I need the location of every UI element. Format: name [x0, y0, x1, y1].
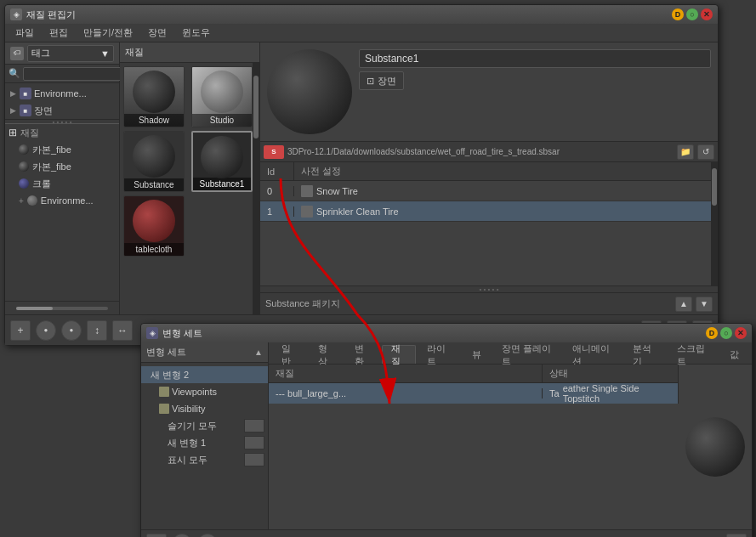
search-icon: 🔍 [9, 68, 20, 79]
sidebar-scrollbar[interactable] [5, 301, 119, 314]
bw-delete-btn[interactable]: 🗑 [726, 534, 747, 538]
bw-tree-item-1[interactable]: Viewpoints [141, 383, 268, 400]
browser-header: 재질 [120, 42, 259, 63]
material-name-input[interactable] [359, 49, 711, 68]
bw-th-status: 상태 [543, 365, 679, 382]
tag-icon: 🏷 [10, 47, 24, 60]
mat-item-carbon2[interactable]: 카본_fibe [5, 158, 119, 175]
refresh-button[interactable]: ↺ [697, 144, 714, 160]
mat-item-carbon1[interactable]: 카본_fibe [5, 141, 119, 158]
tab-light[interactable]: 라이트 [418, 345, 460, 364]
top-window-title: 재질 편집기 [26, 8, 76, 21]
tree-item-scene[interactable]: ▶ ■ 장면 [5, 102, 119, 119]
bw-tree-item-0[interactable]: 새 변형 2 [141, 366, 268, 383]
mat-thumb-tablecloth[interactable]: tablecloth [123, 195, 185, 257]
bw-td-status-0: Ta eather Single Side Topstitch [543, 383, 679, 404]
vertical-arrows-btn[interactable]: ↕ [87, 320, 107, 341]
close-button[interactable]: ✕ [701, 8, 713, 20]
th-id: Id [260, 162, 294, 180]
bw-add-btn[interactable]: + [146, 534, 167, 538]
menu-edit[interactable]: 편집 [43, 25, 75, 41]
mat-thumb-studio[interactable]: Studio [191, 66, 253, 127]
mat-thumb-substance[interactable]: Substance [123, 131, 185, 192]
materials-section-header: ⊞ 재질 [5, 124, 119, 141]
bottom-title-left: ◈ 변형 세트 [146, 327, 202, 340]
env-icon: ■ [20, 88, 31, 99]
bw-th-material: 재질 [269, 365, 543, 382]
scene-icon: ■ [20, 105, 31, 116]
table-row-1[interactable]: 1 Sprinkler Clean Tire [260, 201, 718, 222]
scene-btn-label: 장면 [378, 75, 396, 88]
bottom-maximize-btn[interactable]: ○ [720, 327, 732, 339]
bottom-table-header: 재질 상태 [269, 365, 679, 383]
grid-icon: ⊞ [9, 127, 17, 138]
tab-analyzer[interactable]: 분석기 [623, 345, 666, 364]
menu-file[interactable]: 파일 [9, 25, 41, 41]
bw-circle-btn-1[interactable]: ● [172, 534, 192, 538]
material-name-panel: ⊡ 장면 [359, 49, 711, 90]
mat-preview-2 [19, 161, 29, 172]
bottom-title-buttons: D ○ ✕ [706, 327, 747, 339]
folder-button[interactable]: 📁 [677, 144, 694, 160]
tab-material[interactable]: 재질 [382, 345, 417, 364]
browser-scrollbar[interactable] [253, 63, 259, 314]
tab-script[interactable]: 스크립트 [668, 345, 719, 364]
tab-shape[interactable]: 형상 [309, 345, 344, 364]
bottom-left-panel: 변형 세트 ▲ 새 변형 2 Viewpoints Visibility [141, 342, 269, 529]
tab-transform[interactable]: 변환 [345, 345, 380, 364]
bw-tree-item-2[interactable]: Visibility [141, 400, 268, 417]
mat-label-tablecloth: tablecloth [124, 243, 184, 256]
tab-value[interactable]: 값 [720, 345, 748, 364]
bw-table-row-0[interactable]: --- bull_large_g... Ta eather Single Sid… [269, 383, 679, 404]
bottom-minimize-btn[interactable]: D [706, 327, 718, 339]
tag-dropdown[interactable]: 태그 ▼ [27, 45, 114, 62]
maximize-button[interactable]: ○ [686, 8, 698, 20]
tree-items: ▶ ■ Environme... ▶ ■ 장면 • • • • • ⊞ 재질 [5, 83, 119, 301]
bottom-content: 변형 세트 ▲ 새 변형 2 Viewpoints Visibility [141, 342, 752, 529]
menu-create[interactable]: 만들기/전환 [77, 25, 139, 41]
table-scrollbar[interactable] [711, 162, 718, 285]
panel-divider: • • • • • [260, 285, 718, 292]
minimize-button[interactable]: D [672, 8, 684, 20]
bw-tree-item-3[interactable]: 슬기기 모두 [141, 417, 268, 434]
menu-window[interactable]: 윈도우 [175, 25, 217, 41]
bw-tree-item-5[interactable]: 표시 모두 [141, 451, 268, 468]
tab-general[interactable]: 일반 [272, 345, 307, 364]
bw-row-material-text: --- bull_large_g... [276, 388, 346, 399]
tag-label: 태그 [31, 47, 50, 59]
bottom-close-btn[interactable]: ✕ [735, 327, 747, 339]
top-title-bar: ◈ 재질 편집기 D ○ ✕ [5, 5, 718, 24]
tab-animation[interactable]: 애니메이션 [563, 345, 622, 364]
bw-circle-btn-2[interactable]: ● [197, 534, 218, 538]
mat-item-kroll[interactable]: 크롤 [5, 175, 119, 192]
row-text-0: Snow Tire [316, 186, 358, 196]
horizontal-arrows-btn[interactable]: ↔ [112, 320, 133, 341]
bw-label-0: 새 변형 2 [151, 369, 189, 382]
mat-label-substance: Substance [124, 178, 184, 191]
footer-up-btn[interactable]: ▲ [675, 297, 692, 312]
tree-item-expand[interactable]: ▶ ■ Environme... [5, 85, 119, 102]
mat-item-env2[interactable]: + Environme... [5, 192, 119, 209]
footer-down-btn[interactable]: ▼ [696, 297, 713, 312]
mat-thumb-substance1[interactable]: Substance1 [191, 131, 253, 192]
add-tool-btn[interactable]: + [10, 320, 31, 341]
row-icon-1 [301, 206, 313, 218]
table-row-0[interactable]: 0 Snow Tire [260, 181, 718, 201]
tab-view[interactable]: 뷰 [463, 345, 491, 364]
mat-preview-1 [19, 144, 29, 155]
mat-thumb-shadow[interactable]: Shadow [123, 66, 185, 127]
scene-button[interactable]: ⊡ 장면 [359, 71, 404, 90]
circle-btn-1[interactable]: ● [36, 320, 56, 341]
th-preset: 사전 설정 [294, 162, 718, 180]
bw-label-5: 표시 모두 [168, 454, 207, 466]
mat-label-3: 크롤 [32, 178, 51, 190]
td-label-1: Sprinkler Clean Tire [294, 206, 718, 218]
row-text-1: Sprinkler Clean Tire [316, 206, 399, 217]
menu-scene[interactable]: 장면 [141, 25, 173, 41]
bw-tree-item-4[interactable]: 새 변형 1 [141, 434, 268, 451]
mat-label-1: 카본_fibe [32, 144, 71, 156]
mat-label-2: 카본_fibe [32, 161, 71, 173]
circle-btn-2[interactable]: ● [61, 320, 82, 341]
bottom-section-header: 변형 세트 ▲ [141, 342, 268, 363]
tab-scene-plate[interactable]: 장면 플레이트 [492, 345, 561, 364]
